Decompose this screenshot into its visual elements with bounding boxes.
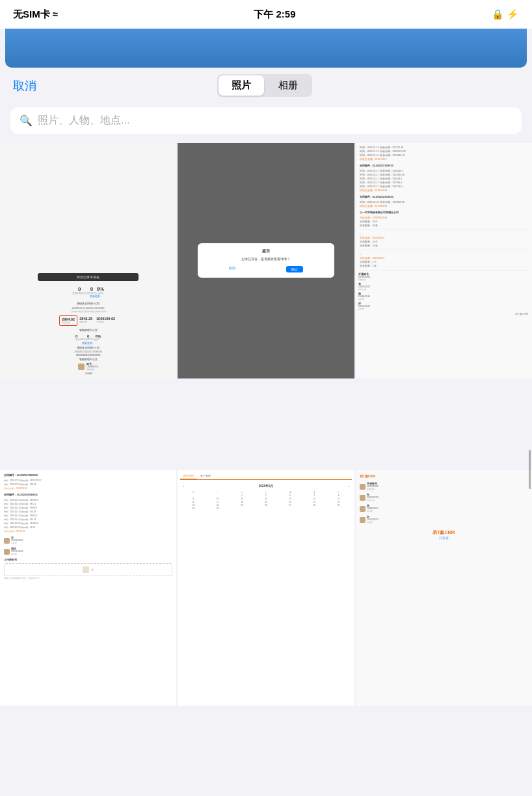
status-left: 无SIM卡 ≈: [13, 8, 58, 21]
search-input[interactable]: 照片、人物、地点...: [38, 114, 129, 127]
dialog-confirm[interactable]: 确认: [286, 266, 303, 272]
cancel-button[interactable]: 取消: [13, 78, 36, 94]
segment-control: 照片 相册: [217, 74, 312, 97]
tab-albums[interactable]: 相册: [265, 75, 311, 96]
tab-photos[interactable]: 照片: [219, 75, 264, 96]
search-bar[interactable]: 🔍 照片、人物、地点...: [10, 107, 522, 134]
status-center: 下午 2:59: [254, 8, 295, 21]
photo-thumbnail[interactable]: 合同编号：DL202107060052 时间：2021-07-21 应收余额：¥…: [0, 470, 176, 706]
photo-thumbnail[interactable]: 易T鑫CRM 开通账号 13266669999 采购总监: [356, 470, 532, 706]
status-right: 🔒 ⚡: [492, 8, 519, 20]
photo-thumbnail[interactable]: 拜访记录不存在 0至收GMV(万) 0GP02(万) 0%gp02 查看更多 ›…: [0, 143, 176, 378]
photo-thumbnail[interactable]: 历史拜访 客户管理 ‹ 2023年1月 › 日 一 二 三: [178, 470, 354, 706]
dialog: 提示 主体已存在，是否跳转查看详情？ 取消 确认: [198, 243, 335, 278]
blue-banner: [5, 29, 527, 68]
scroll-indicator: [529, 450, 531, 489]
search-icon: 🔍: [20, 114, 33, 127]
nav-bar: 取消 照片 相册: [0, 68, 532, 103]
dialog-title: 提示: [204, 248, 328, 254]
photo-thumbnail[interactable]: 时间：2023-01-13 应收余额：¥27152.48 时间：2023-01-…: [356, 143, 532, 378]
photo-picker: 无SIM卡 ≈ 下午 2:59 🔒 ⚡ 取消 照片 相册 🔍 照片、人物、地点.…: [0, 0, 532, 796]
status-bar: 无SIM卡 ≈ 下午 2:59 🔒 ⚡: [0, 0, 532, 29]
photo-thumbnail[interactable]: 提示 主体已存在，是否跳转查看详情？ 取消 确认: [178, 143, 354, 378]
dialog-cancel[interactable]: 取消: [229, 266, 235, 272]
dialog-message: 主体已存在，是否跳转查看详情？: [204, 257, 328, 261]
